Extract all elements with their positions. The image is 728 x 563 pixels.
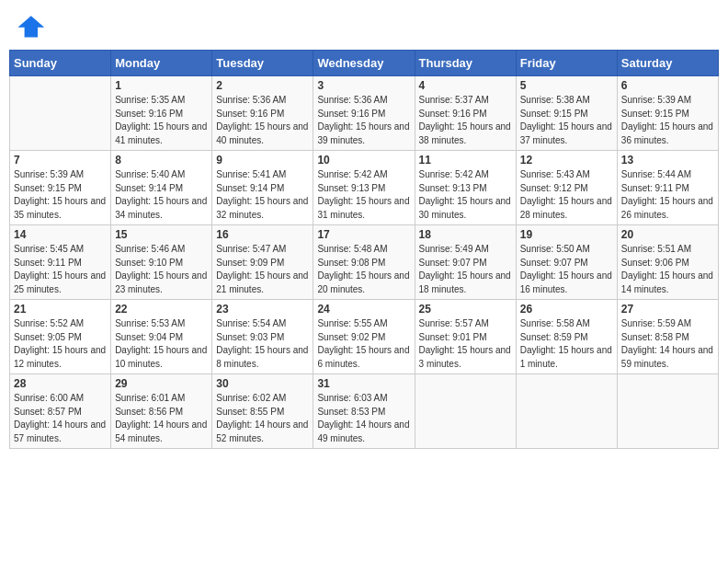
day-number: 30: [216, 377, 309, 390]
calendar-cell: 24Sunrise: 5:55 AM Sunset: 9:02 PM Dayli…: [313, 300, 415, 374]
day-number: 1: [115, 79, 208, 92]
cell-content: Sunrise: 5:38 AM Sunset: 9:15 PM Dayligh…: [520, 94, 613, 147]
logo-icon: [13, 9, 46, 42]
page-header: [9, 9, 719, 42]
calendar-cell: 3Sunrise: 5:36 AM Sunset: 9:16 PM Daylig…: [313, 76, 415, 151]
cell-content: Sunrise: 6:01 AM Sunset: 8:56 PM Dayligh…: [115, 392, 208, 445]
calendar-cell: 8Sunrise: 5:40 AM Sunset: 9:14 PM Daylig…: [111, 151, 212, 225]
day-number: 9: [216, 154, 309, 167]
cell-content: Sunrise: 5:55 AM Sunset: 9:02 PM Dayligh…: [317, 317, 410, 371]
day-number: 24: [317, 303, 410, 316]
calendar-cell: 9Sunrise: 5:41 AM Sunset: 9:14 PM Daylig…: [212, 151, 313, 225]
logo: [13, 9, 50, 42]
calendar-cell: 28Sunrise: 6:00 AM Sunset: 8:57 PM Dayli…: [10, 374, 111, 449]
cell-content: Sunrise: 5:40 AM Sunset: 9:14 PM Dayligh…: [115, 168, 208, 222]
calendar-cell: 16Sunrise: 5:47 AM Sunset: 9:09 PM Dayli…: [212, 225, 313, 300]
cell-content: Sunrise: 6:03 AM Sunset: 8:53 PM Dayligh…: [317, 392, 410, 445]
day-number: 15: [115, 228, 208, 241]
calendar-cell: [415, 374, 516, 449]
day-number: 13: [621, 154, 714, 167]
calendar-cell: 11Sunrise: 5:42 AM Sunset: 9:13 PM Dayli…: [415, 151, 516, 225]
day-number: 11: [419, 154, 512, 167]
day-number: 2: [216, 79, 309, 92]
cell-content: Sunrise: 6:02 AM Sunset: 8:55 PM Dayligh…: [216, 392, 309, 445]
day-number: 19: [520, 228, 613, 241]
calendar-cell: [516, 374, 617, 449]
calendar-cell: 22Sunrise: 5:53 AM Sunset: 9:04 PM Dayli…: [111, 300, 212, 374]
cell-content: Sunrise: 5:53 AM Sunset: 9:04 PM Dayligh…: [115, 317, 208, 371]
column-header-thursday: Thursday: [415, 51, 516, 76]
day-number: 21: [14, 303, 107, 316]
column-header-tuesday: Tuesday: [212, 51, 313, 76]
calendar-cell: 7Sunrise: 5:39 AM Sunset: 9:15 PM Daylig…: [10, 151, 111, 225]
day-number: 26: [520, 303, 613, 316]
calendar-cell: 23Sunrise: 5:54 AM Sunset: 9:03 PM Dayli…: [212, 300, 313, 374]
calendar-cell: 30Sunrise: 6:02 AM Sunset: 8:55 PM Dayli…: [212, 374, 313, 449]
svg-marker-0: [17, 16, 44, 37]
cell-content: Sunrise: 6:00 AM Sunset: 8:57 PM Dayligh…: [14, 392, 107, 445]
cell-content: Sunrise: 5:43 AM Sunset: 9:12 PM Dayligh…: [520, 168, 613, 222]
cell-content: Sunrise: 5:57 AM Sunset: 9:01 PM Dayligh…: [419, 317, 512, 371]
calendar-cell: 13Sunrise: 5:44 AM Sunset: 9:11 PM Dayli…: [617, 151, 718, 225]
cell-content: Sunrise: 5:52 AM Sunset: 9:05 PM Dayligh…: [14, 317, 107, 371]
cell-content: Sunrise: 5:54 AM Sunset: 9:03 PM Dayligh…: [216, 317, 309, 371]
day-number: 5: [520, 79, 613, 92]
calendar-cell: 14Sunrise: 5:45 AM Sunset: 9:11 PM Dayli…: [10, 225, 111, 300]
day-number: 16: [216, 228, 309, 241]
calendar-cell: 6Sunrise: 5:39 AM Sunset: 9:15 PM Daylig…: [617, 76, 718, 151]
day-number: 6: [621, 79, 714, 92]
calendar-cell: 29Sunrise: 6:01 AM Sunset: 8:56 PM Dayli…: [111, 374, 212, 449]
calendar-cell: 17Sunrise: 5:48 AM Sunset: 9:08 PM Dayli…: [313, 225, 415, 300]
calendar-cell: 5Sunrise: 5:38 AM Sunset: 9:15 PM Daylig…: [516, 76, 617, 151]
calendar-table: SundayMondayTuesdayWednesdayThursdayFrid…: [9, 50, 719, 449]
column-header-friday: Friday: [516, 51, 617, 76]
cell-content: Sunrise: 5:42 AM Sunset: 9:13 PM Dayligh…: [317, 168, 410, 222]
day-number: 3: [317, 79, 410, 92]
day-number: 10: [317, 154, 410, 167]
calendar-week-row: 14Sunrise: 5:45 AM Sunset: 9:11 PM Dayli…: [10, 225, 719, 300]
day-number: 28: [14, 377, 107, 390]
calendar-week-row: 7Sunrise: 5:39 AM Sunset: 9:15 PM Daylig…: [10, 151, 719, 225]
cell-content: Sunrise: 5:48 AM Sunset: 9:08 PM Dayligh…: [317, 243, 410, 296]
cell-content: Sunrise: 5:45 AM Sunset: 9:11 PM Dayligh…: [14, 243, 107, 296]
column-header-wednesday: Wednesday: [313, 51, 415, 76]
cell-content: Sunrise: 5:44 AM Sunset: 9:11 PM Dayligh…: [621, 168, 714, 222]
cell-content: Sunrise: 5:59 AM Sunset: 8:58 PM Dayligh…: [621, 317, 714, 371]
cell-content: Sunrise: 5:35 AM Sunset: 9:16 PM Dayligh…: [115, 94, 208, 147]
calendar-cell: 10Sunrise: 5:42 AM Sunset: 9:13 PM Dayli…: [313, 151, 415, 225]
day-number: 23: [216, 303, 309, 316]
day-number: 27: [621, 303, 714, 316]
calendar-cell: 26Sunrise: 5:58 AM Sunset: 8:59 PM Dayli…: [516, 300, 617, 374]
cell-content: Sunrise: 5:49 AM Sunset: 9:07 PM Dayligh…: [419, 243, 512, 296]
column-header-monday: Monday: [111, 51, 212, 76]
day-number: 22: [115, 303, 208, 316]
day-number: 7: [14, 154, 107, 167]
cell-content: Sunrise: 5:37 AM Sunset: 9:16 PM Dayligh…: [419, 94, 512, 147]
calendar-week-row: 1Sunrise: 5:35 AM Sunset: 9:16 PM Daylig…: [10, 76, 719, 151]
cell-content: Sunrise: 5:39 AM Sunset: 9:15 PM Dayligh…: [621, 94, 714, 147]
day-number: 14: [14, 228, 107, 241]
day-number: 29: [115, 377, 208, 390]
calendar-cell: 1Sunrise: 5:35 AM Sunset: 9:16 PM Daylig…: [111, 76, 212, 151]
calendar-cell: 2Sunrise: 5:36 AM Sunset: 9:16 PM Daylig…: [212, 76, 313, 151]
calendar-cell: 21Sunrise: 5:52 AM Sunset: 9:05 PM Dayli…: [10, 300, 111, 374]
cell-content: Sunrise: 5:58 AM Sunset: 8:59 PM Dayligh…: [520, 317, 613, 371]
calendar-cell: [10, 76, 111, 151]
cell-content: Sunrise: 5:36 AM Sunset: 9:16 PM Dayligh…: [317, 94, 410, 147]
day-number: 17: [317, 228, 410, 241]
calendar-week-row: 28Sunrise: 6:00 AM Sunset: 8:57 PM Dayli…: [10, 374, 719, 449]
calendar-cell: 12Sunrise: 5:43 AM Sunset: 9:12 PM Dayli…: [516, 151, 617, 225]
calendar-cell: 4Sunrise: 5:37 AM Sunset: 9:16 PM Daylig…: [415, 76, 516, 151]
cell-content: Sunrise: 5:50 AM Sunset: 9:07 PM Dayligh…: [520, 243, 613, 296]
cell-content: Sunrise: 5:36 AM Sunset: 9:16 PM Dayligh…: [216, 94, 309, 147]
day-number: 12: [520, 154, 613, 167]
calendar-cell: 31Sunrise: 6:03 AM Sunset: 8:53 PM Dayli…: [313, 374, 415, 449]
cell-content: Sunrise: 5:47 AM Sunset: 9:09 PM Dayligh…: [216, 243, 309, 296]
day-number: 31: [317, 377, 410, 390]
calendar-cell: 27Sunrise: 5:59 AM Sunset: 8:58 PM Dayli…: [617, 300, 718, 374]
day-number: 20: [621, 228, 714, 241]
cell-content: Sunrise: 5:42 AM Sunset: 9:13 PM Dayligh…: [419, 168, 512, 222]
cell-content: Sunrise: 5:46 AM Sunset: 9:10 PM Dayligh…: [115, 243, 208, 296]
calendar-cell: 18Sunrise: 5:49 AM Sunset: 9:07 PM Dayli…: [415, 225, 516, 300]
day-number: 8: [115, 154, 208, 167]
